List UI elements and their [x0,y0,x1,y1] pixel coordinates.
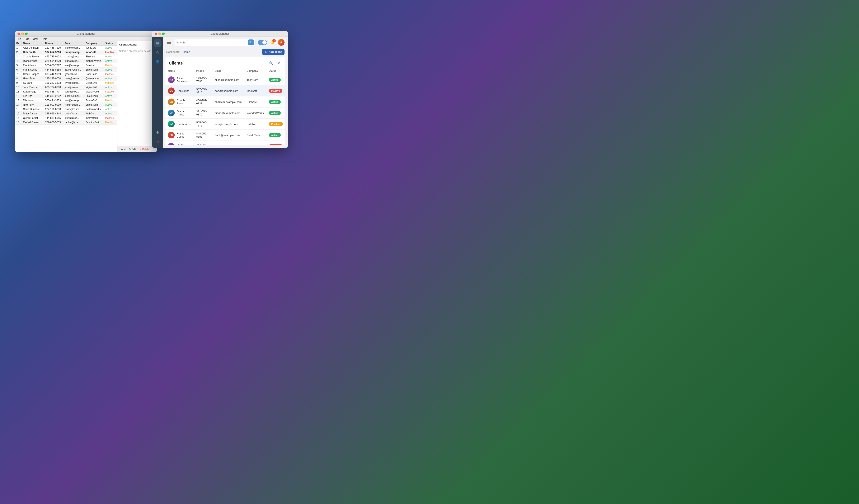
table-row[interactable]: 4 Diana Prince 321-654-9870 diana@exa...… [15,59,117,63]
client-avatar: EA [168,121,175,127]
menu-view[interactable]: View [32,37,38,41]
add-client-icon: ⊞ [265,50,267,54]
minimize-button-2[interactable] [159,33,161,35]
cell-status: Active [104,76,117,81]
add-client-button[interactable]: ⊞ Add client [262,49,285,55]
cell-id: 11 [15,90,22,94]
maximize-button-2[interactable] [162,33,165,35]
minimize-button[interactable] [21,33,24,35]
search-bar: 🔍 [174,39,256,46]
table-row[interactable]: 5 Eve Adams 555-666-7777 eve@examp... Sa… [15,63,117,68]
window2-body: ⊞ ◎ 👤 ⚙ ⊘ 🔍 [152,37,288,148]
search-icon-button[interactable]: 🔍 [268,60,274,66]
client-avatar: AJ [168,76,175,83]
table-row[interactable]: 7 Grace Hopper 333-444-9999 grace@exa...… [15,72,117,76]
table-row[interactable]: 10 Jack Reacher 666-777-8888 jack@examp.… [15,85,117,90]
cell-name: Frank Castle [22,68,44,72]
col-header-id: ID [15,41,22,46]
col-header-name: Name [22,41,44,46]
cell-email: frank@exam... [63,68,84,72]
table-row[interactable]: 8 Hank Pym 222-333-0000 hank@exam... Qua… [15,76,117,81]
table-row[interactable]: 14 Nick Fury 111-000-9999 nick@exam... S… [15,103,117,107]
cell-id: 10 [15,85,22,90]
cell-phone: 555-666-7777 [44,63,63,68]
cell-phone: 333-444-9999 [194,141,212,146]
cell-status: Active [104,111,117,116]
table-row[interactable]: 6 Frank Castle 444-555-8888 frank@exam..… [15,68,117,72]
cell-status: Pending [104,63,117,68]
cell-name: FC Frank Castle [165,129,194,141]
theme-toggle[interactable] [258,40,267,45]
cell-phone: 456-789-0123 [194,96,212,108]
cell-email: leo@exampl... [63,94,84,98]
maximize-button[interactable] [25,33,28,35]
menu-file[interactable]: File [17,37,21,41]
add-button[interactable]: + Add [119,148,125,151]
cell-id: 3 [15,55,22,59]
edit-button[interactable]: ✎ Edit [129,148,136,151]
table-row[interactable]: 13 Mia Wong 555-444-3333 mia@examp... Fu… [15,98,117,103]
table-row[interactable]: 16 Peter Parker 333-999-4444 peter@exa..… [15,111,117,116]
table-row[interactable]: CB Charlie Brown 456-789-0123 charlie@ex… [165,96,285,108]
cell-email: olivia@exam... [63,107,84,111]
breadcrumb-current[interactable]: Home [183,50,190,54]
table-row[interactable]: 17 Quinn Harper 444-888-5555 quinn@exa..… [15,116,117,120]
cell-phone: 321-654-9870 [194,108,212,119]
table-row[interactable]: 15 Olivia Dunham 222-111-8888 olivia@exa… [15,107,117,111]
table-row[interactable]: FC Frank Castle 444-555-8888 frank@examp… [165,129,285,141]
window1: Client Manager File Edit View Help ID Na… [15,31,157,152]
topbar: 🔍 🔔 6 A [163,37,288,48]
table-row[interactable]: GH Grace Hopper 333-444-9999 grace@examp… [165,141,285,146]
search-input[interactable] [176,41,247,44]
table-row[interactable]: DP Diana Prince 321-654-9870 diana@examp… [165,108,285,119]
cell-status: Active [104,107,117,111]
status-badge: Active [269,133,281,137]
table-row[interactable]: 12 Leo Fitz 444-333-2222 leo@exampl... S… [15,94,117,98]
user-avatar[interactable]: A [278,39,285,46]
menu-edit[interactable]: Edit [25,37,29,41]
notifications-button[interactable]: 🔔 6 [269,39,276,46]
table-row[interactable]: 11 Karen Page 999-888-7777 karen@exa... … [15,90,117,94]
sidebar-icon-settings[interactable]: ⚙ [154,128,161,136]
sidebar-icon-grid[interactable]: ⊞ [154,39,161,47]
cell-status: Inactive [104,116,117,120]
cell-company: SafeNet [84,63,104,68]
table-row[interactable]: AJ Alice Johnson 123-456-7890 alice@exam… [165,74,285,86]
sidebar-icon-circle[interactable]: ◎ [154,48,161,56]
delete-button[interactable]: ✕ Delete [139,148,149,151]
filter-icon-button[interactable]: ⊽ [276,60,282,66]
table-row[interactable]: EA Eve Adams 555-666-7777 eve@example.co… [165,119,285,129]
table-row[interactable]: 2 Bob Smith 987-654-3210 bob@examp... In… [15,50,117,55]
status-badge: Inactive [269,144,283,145]
col-header-email: Email [212,68,244,74]
clients-table: Name Phone Email Company Status AJ Alice… [165,68,285,145]
close-button-2[interactable] [155,33,157,35]
cell-id: 4 [15,59,22,63]
hamburger-button[interactable] [166,40,172,45]
search-button[interactable]: 🔍 [248,40,254,45]
client-name-text: Charlie Brown [177,99,191,105]
cell-phone: 444-888-5555 [44,116,63,120]
table-row[interactable]: 9 Ivy Lane 111-222-3333 ivy@exampl... Gr… [15,81,117,85]
cell-status: Pending [104,120,117,125]
close-button[interactable] [17,33,20,35]
cell-phone: 987-654-3210 [44,50,63,55]
titlebar2: Client Manager [152,31,288,37]
add-client-label: Add client [269,50,282,54]
table-row[interactable]: BS Bob Smith 987-654-3210 bob@example.co… [165,86,285,96]
sidebar-icon-logout[interactable]: ⊘ [154,138,161,145]
cell-phone: 444-333-2222 [44,94,63,98]
table-row[interactable]: 3 Charlie Brown 456-789-0123 charlie@exa… [15,55,117,59]
window2-title: Client Manager [211,32,229,35]
table-row[interactable]: 1 Alice Johnson 123-456-7890 alice@exam.… [15,46,117,50]
sidebar-icon-user[interactable]: 👤 [154,58,161,65]
window-title: Client Manager [77,32,95,35]
menu-help[interactable]: Help [42,37,47,41]
cell-status: Active [104,55,117,59]
status-badge: Active [269,78,281,82]
col-header-status: Status [104,41,117,46]
cell-company: Quantum Inc. [84,76,104,81]
cell-email: grace@exa... [63,72,84,76]
breadcrumb-parent[interactable]: Dashboard [166,50,180,54]
table-row[interactable]: 18 Rachel Green 777-666-5555 rachel@exa.… [15,120,117,125]
